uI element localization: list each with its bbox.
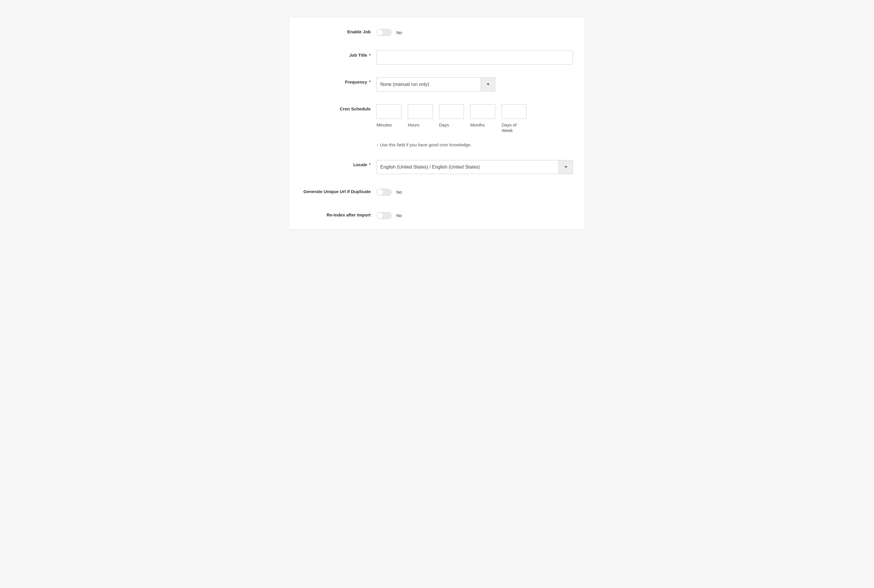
row-generate-unique-url: Generate Unique Url if Duplicate No	[301, 187, 573, 198]
row-reindex-after-import: Re-Index after Import No	[301, 210, 573, 221]
frequency-select[interactable]: None (manual run only)	[376, 77, 495, 92]
toggle-knob-icon	[376, 212, 384, 219]
row-job-title: Job Title*	[301, 51, 573, 64]
toggle-knob-icon	[376, 189, 384, 196]
generate-unique-url-toggle[interactable]	[376, 189, 392, 196]
settings-card: Enable Job No Job Title* Frequency* None…	[289, 18, 585, 229]
cron-dow-caption: Days of Week	[502, 122, 527, 134]
cron-hours-caption: Hours	[408, 122, 433, 128]
required-mark: *	[369, 162, 371, 167]
row-cron-schedule: Cron Schedule Minutes Hours Days Months	[301, 104, 573, 147]
cron-months-caption: Months	[470, 122, 495, 128]
enable-job-value: No	[396, 30, 402, 35]
frequency-value: None (manual run only)	[377, 78, 481, 91]
reindex-after-import-toggle[interactable]	[376, 212, 392, 219]
cron-dow-input[interactable]	[502, 104, 527, 119]
locale-value: English (United States) / English (Unite…	[377, 160, 559, 174]
reindex-after-import-value: No	[396, 213, 402, 218]
required-mark: *	[369, 52, 371, 57]
enable-job-label: Enable Job	[301, 27, 376, 35]
row-locale: Locale* English (United States) / Englis…	[301, 160, 573, 174]
reindex-after-import-label: Re-Index after Import	[301, 210, 376, 218]
cron-days-caption: Days	[439, 122, 464, 128]
toggle-knob-icon	[376, 29, 384, 36]
cron-hours-input[interactable]	[408, 104, 433, 119]
chevron-down-icon	[481, 78, 495, 91]
job-title-input[interactable]	[376, 51, 573, 64]
locale-select[interactable]: English (United States) / English (Unite…	[376, 160, 573, 174]
locale-label: Locale*	[301, 160, 376, 168]
cron-months-input[interactable]	[470, 104, 495, 119]
generate-unique-url-label: Generate Unique Url if Duplicate	[301, 187, 376, 195]
row-frequency: Frequency* None (manual run only)	[301, 77, 573, 92]
cron-hint-text: ↑ Use this field if you have good cron k…	[376, 142, 573, 147]
job-title-label: Job Title*	[301, 51, 376, 58]
frequency-label: Frequency*	[301, 77, 376, 85]
cron-minutes-input[interactable]	[376, 104, 401, 119]
cron-days-input[interactable]	[439, 104, 464, 119]
cron-minutes-caption: Minutes	[376, 122, 401, 128]
required-mark: *	[369, 80, 371, 84]
generate-unique-url-value: No	[396, 190, 402, 195]
enable-job-toggle[interactable]	[376, 29, 392, 36]
cron-schedule-label: Cron Schedule	[301, 104, 376, 112]
cron-inputs-group: Minutes Hours Days Months Days of Week	[376, 104, 573, 134]
chevron-down-icon	[559, 160, 573, 174]
row-enable-job: Enable Job No	[301, 27, 573, 38]
